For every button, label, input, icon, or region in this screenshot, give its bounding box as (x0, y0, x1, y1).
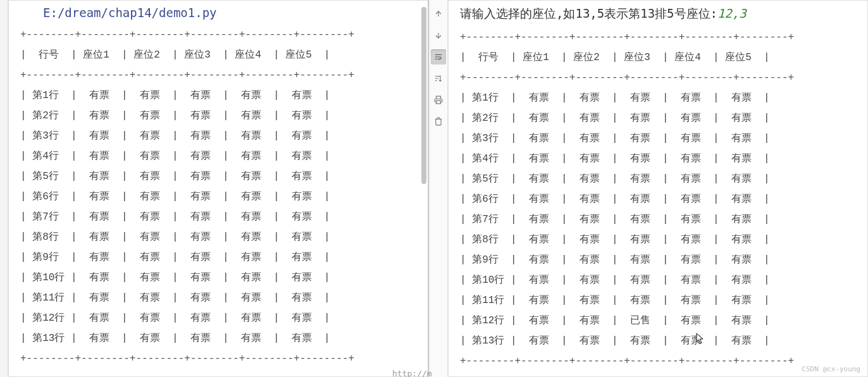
middle-toolbar (429, 0, 448, 377)
scrollbar-thumb[interactable] (421, 7, 426, 184)
trash-icon[interactable] (431, 114, 446, 129)
user-input[interactable]: 12,3 (717, 6, 747, 20)
right-output: 请输入选择的座位,如13,5表示第13排5号座位:12,3 +--------+… (449, 1, 867, 376)
right-panel: 请输入选择的座位,如13,5表示第13排5号座位:12,3 +--------+… (448, 0, 868, 377)
file-path: E:/dream/chap14/demo1.py (43, 6, 428, 20)
arrow-up-icon[interactable] (431, 6, 446, 22)
prompt-text: 请输入选择的座位,如13,5表示第13排5号座位: (460, 6, 717, 20)
url-hint: http://m (392, 369, 432, 377)
left-gutter (0, 0, 8, 377)
print-icon[interactable] (431, 92, 446, 108)
watermark: CSDN @cx-young (802, 365, 860, 373)
prompt-line: 请输入选择的座位,如13,5表示第13排5号座位:12,3 (460, 6, 867, 22)
left-panel: E:/dream/chap14/demo1.py +--------+-----… (8, 0, 429, 377)
sort-icon[interactable] (431, 71, 446, 86)
seat-table-initial: +--------+--------+--------+--------+---… (20, 25, 428, 369)
arrow-down-icon[interactable] (431, 28, 446, 43)
wrap-icon[interactable] (431, 49, 446, 65)
left-output: E:/dream/chap14/demo1.py +--------+-----… (9, 1, 428, 376)
mouse-cursor (696, 333, 705, 347)
seat-table-after: +--------+--------+--------+--------+---… (460, 27, 867, 371)
